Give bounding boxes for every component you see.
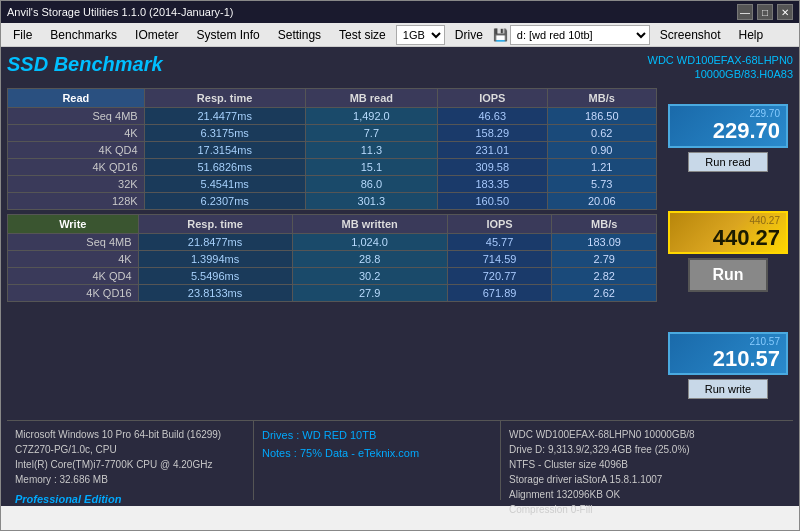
table-row: 4K 6.3175ms 7.7 158.29 0.62: [8, 124, 657, 141]
center-run-area: 440.27 440.27 Run: [668, 211, 788, 292]
menu-settings[interactable]: Settings: [270, 23, 329, 46]
table-row: 4K QD16 23.8133ms 27.9 671.89 2.62: [8, 284, 657, 301]
iops: 231.01: [438, 141, 547, 158]
ssd-header: SSD Benchmark WDC WD100EFAX-68LHPN0 1000…: [7, 53, 793, 82]
row-label: 4K QD16: [8, 158, 145, 175]
iops: 714.59: [447, 250, 552, 267]
iops: 160.50: [438, 192, 547, 209]
write-score-inner: 210.57 210.57: [668, 332, 788, 375]
read-score-area: 229.70 229.70 Run read: [668, 104, 788, 171]
iops: 720.77: [447, 267, 552, 284]
row-label: 4K QD16: [8, 284, 139, 301]
memory-info: Memory : 32.686 MB: [15, 472, 245, 487]
mbs: 2.62: [552, 284, 657, 301]
professional-edition-label: Professional Edition: [15, 491, 245, 508]
drive-info: WDC WD100EFAX-68LHPN0 10000GB/83.H0A83: [648, 53, 794, 82]
title-bar: Anvil's Storage Utilities 1.1.0 (2014-Ja…: [1, 1, 799, 23]
resp-time-header: Resp. time: [144, 88, 305, 107]
resp-time-header-w: Resp. time: [138, 214, 292, 233]
resp-time: 23.8133ms: [138, 284, 292, 301]
drive-icon: 💾: [493, 28, 508, 42]
compression-info: Compression 0-Fill: [509, 502, 785, 517]
resp-time: 5.4541ms: [144, 175, 305, 192]
menu-screenshot[interactable]: Screenshot: [652, 23, 729, 46]
test-size-select[interactable]: 1GB 4GB 8GB: [396, 25, 445, 45]
mbs: 2.79: [552, 250, 657, 267]
row-label: 4K QD4: [8, 267, 139, 284]
read-score-inner: 229.70 229.70: [668, 104, 788, 147]
iops-read-header: IOPS: [438, 88, 547, 107]
maximize-button[interactable]: □: [757, 4, 773, 20]
row-label: 4K QD4: [8, 141, 145, 158]
resp-time: 6.3175ms: [144, 124, 305, 141]
menu-help[interactable]: Help: [731, 23, 772, 46]
iops: 46.63: [438, 107, 547, 124]
mbs: 0.90: [547, 141, 657, 158]
table-row: 4K QD4 17.3154ms 11.3 231.01 0.90: [8, 141, 657, 158]
menu-iometer[interactable]: IOmeter: [127, 23, 186, 46]
write-score-large: 210.57: [676, 347, 780, 371]
status-left: Microsoft Windows 10 Pro 64-bit Build (1…: [7, 421, 254, 500]
status-right: WDC WD100EFAX-68LHPN0 10000GB/8 Drive D:…: [501, 421, 793, 500]
menu-system-info[interactable]: System Info: [188, 23, 267, 46]
resp-time: 51.6826ms: [144, 158, 305, 175]
mb-read: 15.1: [305, 158, 437, 175]
mb-read: 7.7: [305, 124, 437, 141]
mbs: 2.82: [552, 267, 657, 284]
mbs: 1.21: [547, 158, 657, 175]
mb-written: 28.8: [292, 250, 447, 267]
read-table: Read Resp. time MB read IOPS MB/s Seq 4M…: [7, 88, 657, 210]
right-panel: 229.70 229.70 Run read 440.27 440.27 Run: [663, 88, 793, 416]
window-controls: — □ ✕: [737, 4, 793, 20]
iops: 309.58: [438, 158, 547, 175]
drive-space: Drive D: 9,313.9/2,329.4GB free (25.0%): [509, 442, 785, 457]
cpu-info-2: Intel(R) Core(TM)i7-7700K CPU @ 4.20GHz: [15, 457, 245, 472]
menu-file[interactable]: File: [5, 23, 40, 46]
mbs: 20.06: [547, 192, 657, 209]
mb-read: 1,492.0: [305, 107, 437, 124]
row-label: Seq 4MB: [8, 233, 139, 250]
drive-model: WDC WD100EFAX-68LHPN0: [648, 53, 794, 67]
close-button[interactable]: ✕: [777, 4, 793, 20]
resp-time: 21.4477ms: [144, 107, 305, 124]
mb-written: 27.9: [292, 284, 447, 301]
iops: 158.29: [438, 124, 547, 141]
benchmark-area: Read Resp. time MB read IOPS MB/s Seq 4M…: [7, 88, 793, 416]
table-row: Seq 4MB 21.8477ms 1,024.0 45.77 183.09: [8, 233, 657, 250]
row-label: 4K: [8, 124, 145, 141]
os-info: Microsoft Windows 10 Pro 64-bit Build (1…: [15, 427, 245, 442]
table-row: 4K QD16 51.6826ms 15.1 309.58 1.21: [8, 158, 657, 175]
table-row: Seq 4MB 21.4477ms 1,492.0 46.63 186.50: [8, 107, 657, 124]
row-label: 4K: [8, 250, 139, 267]
mb-written-header: MB written: [292, 214, 447, 233]
write-header: Write: [8, 214, 139, 233]
row-label: 128K: [8, 192, 145, 209]
drive-select[interactable]: d: [wd red 10tb]: [510, 25, 650, 45]
total-score-inner: 440.27 440.27: [668, 211, 788, 254]
read-header: Read: [8, 88, 145, 107]
filesystem: NTFS - Cluster size 4096B: [509, 457, 785, 472]
resp-time: 1.3994ms: [138, 250, 292, 267]
read-score-large: 229.70: [676, 119, 780, 143]
menu-bar: File Benchmarks IOmeter System Info Sett…: [1, 23, 799, 47]
status-middle: Drives : WD RED 10TB Notes : 75% Data - …: [254, 421, 501, 500]
mbs: 5.73: [547, 175, 657, 192]
menu-benchmarks[interactable]: Benchmarks: [42, 23, 125, 46]
cpu-info-1: C7Z270-PG/1.0c, CPU: [15, 442, 245, 457]
minimize-button[interactable]: —: [737, 4, 753, 20]
write-score-area: 210.57 210.57 Run write: [668, 332, 788, 399]
mb-read-header: MB read: [305, 88, 437, 107]
run-write-button[interactable]: Run write: [688, 379, 768, 399]
mbs: 186.50: [547, 107, 657, 124]
iops: 671.89: [447, 284, 552, 301]
run-button[interactable]: Run: [688, 258, 768, 292]
iops: 45.77: [447, 233, 552, 250]
table-row: 4K QD4 5.5496ms 30.2 720.77 2.82: [8, 267, 657, 284]
run-read-button[interactable]: Run read: [688, 152, 768, 172]
resp-time: 5.5496ms: [138, 267, 292, 284]
total-score-large: 440.27: [676, 226, 780, 250]
mb-read: 86.0: [305, 175, 437, 192]
status-bar: Microsoft Windows 10 Pro 64-bit Build (1…: [7, 420, 793, 500]
main-content: SSD Benchmark WDC WD100EFAX-68LHPN0 1000…: [1, 47, 799, 506]
notes-info: Notes : 75% Data - eTeknix.com: [262, 445, 492, 463]
